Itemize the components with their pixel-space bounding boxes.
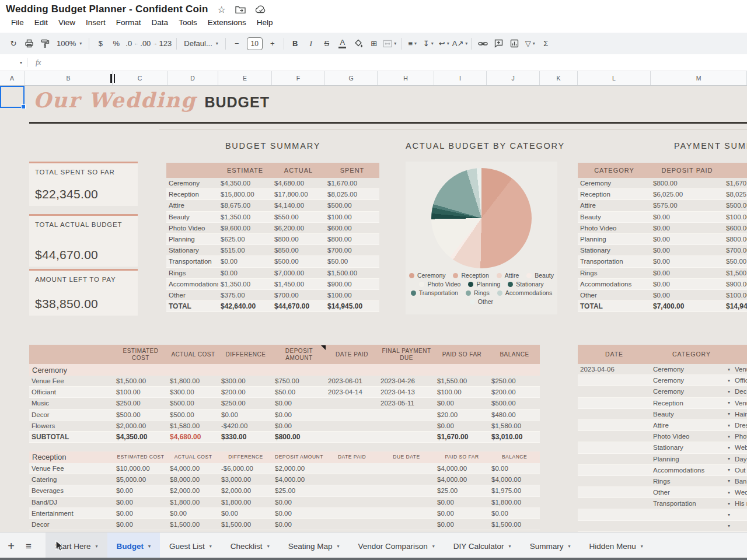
column-header[interactable]: A [0,71,25,85]
cell[interactable]: $550.00 [272,214,325,220]
cell[interactable]: $200.00 [489,388,540,396]
column-header-cell[interactable]: ESTIMATED COST [114,348,167,361]
cell[interactable]: $20.00 [435,411,489,418]
cell[interactable]: $4,350.00 [218,180,272,187]
cell[interactable]: $50.00 [273,388,326,396]
format-currency-button[interactable]: $ [93,36,108,51]
column-header-cell[interactable]: CATEGORY [578,167,651,174]
sheet-tab[interactable]: Summary ▾ [521,533,580,560]
add-sheet-button[interactable]: + [2,533,20,560]
chevron-down-icon[interactable]: ▾ [728,411,730,416]
category-dropdown-cell[interactable]: Beauty ▾ [651,411,732,418]
cell[interactable]: $1,975.00 [489,487,540,494]
cell[interactable]: Officiant [29,388,114,396]
cell[interactable]: $1,500.00 [114,377,167,384]
cell[interactable]: $3,000.00 [219,476,273,483]
cell[interactable]: Flowers [29,422,114,429]
chart-panel[interactable]: CeremonyReceptionAttireBeautyPhoto Video… [406,162,557,314]
cell[interactable]: $850.00 [272,247,325,254]
column-resize-handle[interactable] [110,74,116,83]
table-row[interactable]: Transportation ▾ His r [578,498,747,509]
column-header-cell[interactable]: Reception [29,453,114,461]
table-row[interactable]: Reception $6,025.00 $8,025.00 [578,189,747,200]
cell[interactable]: -$420.00 [219,422,273,429]
table-row[interactable]: Venue Fee $1,500.00 $1,800.00 $300.00 $7… [29,376,540,387]
cell[interactable]: Offic [732,377,747,384]
cell[interactable]: $4,680.00 [272,180,325,187]
font-size-input[interactable]: 10 [247,37,263,50]
cell[interactable]: $1,670.00 [435,433,489,441]
formula-input[interactable] [41,54,747,71]
column-header-cell[interactable]: CATEGORY [651,351,732,358]
cell[interactable]: $1,670.00 [724,180,747,187]
cell[interactable]: Band/DJ [29,499,114,506]
cell[interactable]: $0.00 [651,281,724,288]
category-dropdown-cell[interactable]: ▾ [651,512,732,517]
category-dropdown-cell[interactable]: Ceremony ▾ [651,366,732,373]
spreadsheet-canvas[interactable]: Our Wedding BUDGET BUDGET SUMMARY ACTUAL… [0,86,747,532]
cell[interactable]: $100.00 [114,388,167,396]
table-row[interactable]: Music $250.00 $500.00 $250.00 $0.00 2023… [29,398,540,409]
cell[interactable]: $1,500.00 [219,521,273,528]
sheet-tab[interactable]: Vendor Comparison ▾ [348,533,444,560]
cell[interactable]: $0.00 [273,400,326,407]
cell[interactable]: $50.00 [724,258,747,265]
cell[interactable]: $6,200.00 [272,225,325,232]
cell[interactable]: $1,350.00 [218,214,272,220]
section-header[interactable]: Ceremony [29,364,540,376]
category-dropdown-cell[interactable]: Reception ▾ [651,400,732,407]
cell[interactable]: Ceremony [166,180,218,187]
cell[interactable]: Photo Video [578,225,651,232]
table-row[interactable]: Photo Video $9,600.00 $6,200.00 $600.00 [166,223,379,234]
cell[interactable]: $250.00 [219,400,273,407]
column-header-cell[interactable]: SPENT [325,167,379,174]
cell[interactable]: $0.00 [114,521,167,528]
table-row[interactable]: Attire $575.00 $500.00 [578,200,747,211]
column-header[interactable]: G [325,71,378,85]
decrease-decimal-button[interactable]: .0← [124,36,139,51]
fill-color-button[interactable] [351,36,366,51]
cell[interactable]: $500.00 [114,411,167,418]
cell[interactable]: $1,500.00 [489,521,540,528]
cell[interactable]: $800.00 [273,433,326,441]
table-row[interactable]: Ceremony $800.00 $1,670.00 [578,178,747,189]
cell[interactable]: Attire [166,202,218,209]
sheet-tab[interactable]: Seating Map ▾ [279,533,349,560]
cell[interactable]: Catering [29,476,114,483]
move-folder-icon[interactable] [235,5,246,13]
table-row[interactable]: Ceremony $4,350.00 $4,680.00 $1,670.00 [166,178,379,189]
cell[interactable]: $0.00 [114,510,167,517]
cell[interactable]: $700.00 [272,292,325,299]
tab-menu-icon[interactable]: ▾ [641,544,643,549]
cell[interactable]: $25.00 [273,487,326,494]
chevron-down-icon[interactable]: ▾ [728,490,730,495]
chevron-down-icon[interactable]: ▾ [728,501,730,506]
cell[interactable]: Hair [732,411,747,418]
cell[interactable]: $800.00 [651,180,724,187]
table-row[interactable]: Officiant $100.00 $300.00 $200.00 $50.00… [29,387,540,398]
column-header[interactable]: K [540,71,578,85]
column-header-cell[interactable]: PAID SO FAR [435,454,489,460]
cell[interactable]: Stationary [578,247,651,254]
cell[interactable]: 2023-06-01 [326,377,378,384]
cell[interactable]: $44,670.00 [272,302,325,310]
horizontal-align-button[interactable]: ≡▾ [405,36,420,51]
cell[interactable]: $800.00 [724,236,747,243]
column-header-cell[interactable]: DEPOSIT PAID [651,167,724,174]
cell[interactable]: $3,010.00 [489,433,540,441]
cell[interactable]: Phot [732,433,747,440]
cell[interactable]: $1,500.00 [724,270,747,276]
column-header-cell[interactable]: DIFFERENCE [219,454,273,460]
table-row[interactable]: Attire ▾ Dres [578,420,747,431]
cell[interactable]: $4,140.00 [272,202,325,209]
vertical-align-button[interactable]: ↧▾ [421,36,436,51]
cell[interactable]: $0.00 [651,270,724,276]
cell[interactable]: $0.00 [219,411,273,418]
cell[interactable]: Other [166,292,218,299]
cell[interactable]: $14,945.00 [325,302,379,310]
cell[interactable]: $0.00 [489,465,540,472]
tab-menu-icon[interactable]: ▾ [337,544,339,549]
document-title[interactable]: Wedding Budget Planner - Confident Coin [6,4,208,15]
cell[interactable]: Decor [29,411,114,418]
cell[interactable]: $800.00 [272,236,325,243]
